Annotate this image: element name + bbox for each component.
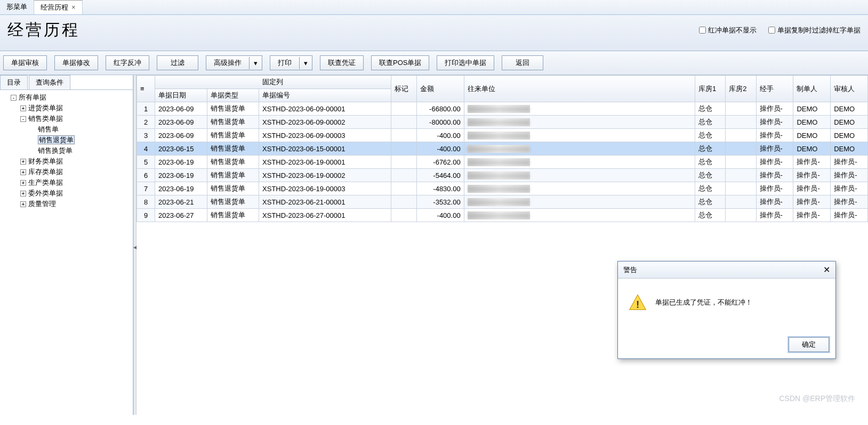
tree-production[interactable]: +生产类单据 — [20, 177, 132, 188]
table-row[interactable]: 32023-06-09销售退货单XSTHD-2023-06-09-00003-4… — [137, 129, 868, 142]
tab-menu[interactable]: 形菜单 — [0, 0, 34, 14]
title-bar: 经营历程 红冲单据不显示 单据复制时过滤掉红字单据 — [0, 15, 868, 51]
tree-quality[interactable]: +质量管理 — [20, 199, 132, 209]
lookup-pos-button[interactable]: 联查POS单据 — [371, 55, 429, 70]
toolbar: 单据审核 单据修改 红字反冲 过滤 高级操作▾ 打印▾ 联查凭证 联查POS单据… — [0, 51, 868, 75]
cell-auditor: DEMO — [831, 129, 868, 142]
cell-handler: 操作员- — [756, 195, 793, 209]
print-selected-button[interactable]: 打印选中单据 — [437, 55, 494, 70]
cell-code: XSTHD-2023-06-15-00001 — [259, 142, 391, 156]
audit-button[interactable]: 单据审核 — [3, 55, 47, 70]
plus-icon[interactable]: + — [20, 159, 26, 165]
col-mark[interactable]: 标记 — [391, 76, 416, 102]
minus-icon[interactable]: - — [11, 95, 17, 101]
plus-icon[interactable]: + — [20, 169, 26, 175]
cell-type: 销售退货单 — [207, 209, 259, 222]
ok-button[interactable]: 确定 — [789, 337, 829, 352]
table-row[interactable]: 42023-06-15销售退货单XSTHD-2023-06-15-00001-4… — [137, 142, 868, 156]
col-maker[interactable]: 制单人 — [793, 76, 831, 102]
modify-button[interactable]: 单据修改 — [54, 55, 98, 70]
tree-label: 进货类单据 — [28, 104, 63, 112]
page-title: 经营历程 — [7, 19, 80, 41]
chevron-down-icon[interactable]: ▾ — [249, 57, 262, 69]
cell-date: 2023-06-09 — [155, 102, 207, 116]
col-wh1[interactable]: 库房1 — [695, 76, 726, 102]
plus-icon[interactable]: + — [20, 201, 26, 207]
cell-date: 2023-06-09 — [155, 129, 207, 142]
cell-amount: -6762.00 — [417, 156, 464, 169]
tree-outsource[interactable]: +委外类单据 — [20, 188, 132, 199]
tree-sale-return[interactable]: 销售退货单 — [30, 135, 132, 145]
data-grid: ≡ 固定列 标记 金额 往来单位 库房1 库房2 经手 制单人 审核人 单据日期… — [136, 75, 868, 415]
table-row[interactable]: 12023-06-09销售退货单XSTHD-2023-06-09-00001-6… — [137, 102, 868, 116]
col-amount[interactable]: 金额 — [417, 76, 464, 102]
col-type[interactable]: 单据类型 — [207, 89, 259, 102]
cell-wh1: 总仓 — [695, 156, 726, 169]
checkbox-hide-red[interactable]: 红冲单据不显示 — [699, 26, 757, 35]
cell-mark — [391, 142, 416, 156]
dialog-footer: 确定 — [618, 333, 835, 358]
back-button[interactable]: 返回 — [502, 55, 543, 70]
chevron-down-icon[interactable]: ▾ — [299, 57, 312, 69]
tree-label: 质量管理 — [28, 200, 56, 208]
filter-button[interactable]: 过滤 — [157, 55, 198, 70]
table-row[interactable]: 92023-06-27销售退货单XSTHD-2023-06-27-00001-4… — [137, 209, 868, 222]
col-date[interactable]: 单据日期 — [155, 89, 207, 102]
tree-sale[interactable]: 销售单 — [30, 124, 132, 135]
tab-history[interactable]: 经营历程× — [34, 0, 83, 14]
cell-party: xxxxxxxxxxxxxxxxxx — [464, 129, 695, 142]
col-wh2[interactable]: 库房2 — [726, 76, 756, 102]
cell-type: 销售退货单 — [207, 102, 259, 116]
tree-root[interactable]: -所有单据 +进货类单据 -销售类单据 销售单 销售退货单 销售换货单 +财务类… — [11, 92, 132, 209]
cell-maker: DEMO — [793, 102, 831, 116]
print-button[interactable]: 打印▾ — [270, 55, 312, 70]
cell-wh2 — [726, 156, 756, 169]
tree-label: 销售类单据 — [28, 115, 63, 122]
col-rownum[interactable]: ≡ — [137, 76, 155, 102]
title-options: 红冲单据不显示 单据复制时过滤掉红字单据 — [699, 26, 861, 35]
cell-date: 2023-06-19 — [155, 169, 207, 182]
tab-catalog[interactable]: 目录 — [0, 75, 28, 89]
tree-label: 销售单 — [38, 125, 59, 133]
cell-amount: -66800.00 — [417, 102, 464, 116]
table-row[interactable]: 62023-06-19销售退货单XSTHD-2023-06-19-00002-5… — [137, 169, 868, 182]
plus-icon[interactable]: + — [20, 105, 26, 111]
table-row[interactable]: 22023-06-09销售退货单XSTHD-2023-06-09-00002-8… — [137, 116, 868, 129]
cell-handler: 操作员- — [756, 102, 793, 116]
plus-icon[interactable]: + — [20, 180, 26, 186]
plus-icon[interactable]: + — [20, 191, 26, 197]
checkbox-input[interactable] — [768, 27, 775, 34]
tree-inventory[interactable]: +库存类单据 — [20, 167, 132, 177]
close-icon[interactable]: × — [71, 3, 76, 11]
dialog-title: 警告 — [623, 265, 637, 275]
col-party[interactable]: 往来单位 — [464, 76, 695, 102]
col-auditor[interactable]: 审核人 — [831, 76, 868, 102]
cell-wh2 — [726, 102, 756, 116]
checkbox-input[interactable] — [699, 27, 706, 34]
table-row[interactable]: 52023-06-19销售退货单XSTHD-2023-06-19-00001-6… — [137, 156, 868, 169]
checkbox-filter-red[interactable]: 单据复制时过滤掉红字单据 — [768, 26, 861, 35]
watermark: CSDN @ERP管理软件 — [779, 394, 855, 404]
col-handler[interactable]: 经手 — [756, 76, 793, 102]
cell-mark — [391, 209, 416, 222]
col-code[interactable]: 单据编号 — [259, 89, 391, 102]
tree-finance[interactable]: +财务类单据 — [20, 156, 132, 167]
cell-code: XSTHD-2023-06-19-00003 — [259, 182, 391, 195]
minus-icon[interactable]: - — [20, 116, 26, 122]
lookup-voucher-button[interactable]: 联查凭证 — [320, 55, 364, 70]
cell-wh2 — [726, 116, 756, 129]
tree-purchase[interactable]: +进货类单据 — [20, 103, 132, 113]
advanced-button[interactable]: 高级操作▾ — [206, 55, 262, 70]
tree-sales[interactable]: -销售类单据 销售单 销售退货单 销售换货单 — [20, 113, 132, 156]
red-reverse-button[interactable]: 红字反冲 — [106, 55, 149, 70]
warning-icon: ! — [629, 293, 647, 312]
cell-code: XSTHD-2023-06-21-00001 — [259, 195, 391, 209]
cell-rownum: 4 — [137, 142, 155, 156]
cell-auditor: 操作员- — [831, 169, 868, 182]
tree-sale-exchange[interactable]: 销售换货单 — [30, 145, 132, 156]
tab-query[interactable]: 查询条件 — [29, 75, 70, 89]
close-icon[interactable]: ✕ — [823, 265, 830, 275]
table-row[interactable]: 82023-06-21销售退货单XSTHD-2023-06-21-00001-3… — [137, 195, 868, 209]
cell-wh2 — [726, 209, 756, 222]
table-row[interactable]: 72023-06-19销售退货单XSTHD-2023-06-19-00003-4… — [137, 182, 868, 195]
